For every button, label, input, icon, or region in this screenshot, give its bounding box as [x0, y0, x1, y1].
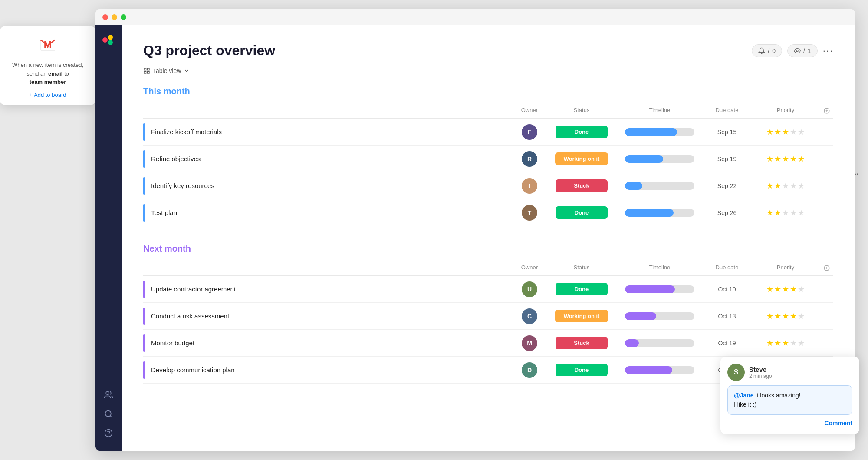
- star-filled: ★: [782, 338, 789, 348]
- view-label: Table view: [153, 67, 181, 74]
- sidebar: [95, 25, 122, 451]
- col-header-3: Timeline: [616, 107, 703, 115]
- star-filled: ★: [782, 285, 789, 294]
- star-filled: ★: [790, 154, 797, 164]
- task-name-label: Refine objectives: [151, 155, 201, 162]
- gmail-message-text: When a new item is created, send an emai…: [7, 61, 89, 86]
- owner-cell: F: [512, 124, 547, 140]
- table-row[interactable]: Monitor budgetMStuckOct 19★★★★★: [143, 330, 833, 357]
- star-filled: ★: [774, 181, 781, 191]
- svg-point-2: [102, 37, 108, 43]
- status-cell[interactable]: Working on it: [547, 310, 616, 322]
- star-filled: ★: [774, 154, 781, 164]
- add-to-board-button[interactable]: + Add to board: [30, 92, 66, 98]
- app-logo: [101, 32, 116, 48]
- status-badge: Stuck: [556, 179, 608, 192]
- priority-cell[interactable]: ★★★★★: [751, 338, 820, 348]
- window-titlebar: [95, 9, 855, 25]
- status-cell[interactable]: Done: [547, 126, 616, 138]
- avatar: D: [522, 362, 537, 378]
- task-name-label: Conduct a risk assessment: [151, 312, 229, 320]
- comment-meta: Steve 2 min ago: [749, 366, 844, 379]
- priority-cell[interactable]: ★★★★★: [751, 154, 820, 164]
- owner-cell: U: [512, 281, 547, 297]
- timeline-cell: [616, 182, 703, 190]
- timeline-bar-wrap: [625, 312, 694, 320]
- table-row[interactable]: Refine objectivesRWorking on itSep 19★★★…: [143, 146, 833, 172]
- task-name-cell: Develop communication plan: [143, 361, 512, 379]
- gmail-overlay: M When a new item is created, send an em…: [0, 26, 95, 105]
- star-filled: ★: [766, 208, 773, 218]
- avatar: M: [522, 335, 537, 351]
- priority-cell[interactable]: ★★★★★: [751, 208, 820, 218]
- comment-button[interactable]: Comment: [824, 420, 852, 427]
- comment-more-button[interactable]: ⋮: [844, 367, 852, 377]
- star-empty: ★: [790, 127, 797, 137]
- timeline-cell: [616, 366, 703, 374]
- close-button[interactable]: [102, 14, 108, 20]
- svg-line-7: [110, 416, 112, 417]
- timeline-cell: [616, 312, 703, 320]
- star-empty: ★: [782, 181, 789, 191]
- star-empty: ★: [798, 181, 805, 191]
- svg-point-10: [796, 50, 798, 52]
- priority-cell[interactable]: ★★★★★: [751, 181, 820, 191]
- star-filled: ★: [782, 311, 789, 321]
- timeline-fill: [625, 312, 656, 320]
- priority-cell[interactable]: ★★★★★: [751, 127, 820, 137]
- task-name-cell: Finalize kickoff materials: [143, 123, 512, 141]
- section-title-this-month: This month: [143, 86, 833, 96]
- owner-cell: C: [512, 308, 547, 324]
- priority-cell[interactable]: ★★★★★: [751, 311, 820, 321]
- table-this-month: OwnerStatusTimelineDue datePriorityFinal…: [143, 103, 833, 226]
- svg-point-3: [108, 35, 113, 40]
- status-cell[interactable]: Done: [547, 283, 616, 295]
- task-color-bar: [143, 308, 145, 325]
- owner-cell: R: [512, 151, 547, 167]
- maximize-button[interactable]: [121, 14, 126, 20]
- star-filled: ★: [790, 311, 797, 321]
- status-cell[interactable]: Done: [547, 206, 616, 219]
- timeline-bar-wrap: [625, 182, 694, 190]
- gmail-icon: M: [37, 35, 58, 56]
- sidebar-help-icon[interactable]: [101, 425, 116, 441]
- timeline-bar-wrap: [625, 155, 694, 163]
- table-row[interactable]: Update contractor agreementUDoneOct 10★★…: [143, 276, 833, 303]
- sidebar-search-icon[interactable]: [101, 406, 116, 422]
- due-date-cell: Sep 26: [703, 209, 751, 216]
- task-name-cell: Update contractor agreement: [143, 281, 512, 298]
- subscribers-pill[interactable]: / 0: [752, 44, 782, 57]
- star-empty: ★: [798, 208, 805, 218]
- status-cell[interactable]: Done: [547, 364, 616, 376]
- comment-bubble: @Jane it looks amazing!I like it :): [727, 385, 852, 415]
- svg-point-6: [105, 411, 111, 417]
- avatar: R: [522, 151, 537, 167]
- task-color-bar: [143, 204, 145, 222]
- status-cell[interactable]: Stuck: [547, 337, 616, 349]
- star-filled: ★: [766, 181, 773, 191]
- viewers-pill[interactable]: / 1: [787, 44, 818, 57]
- status-cell[interactable]: Stuck: [547, 179, 616, 192]
- timeline-cell: [616, 209, 703, 217]
- timeline-fill: [625, 209, 674, 217]
- star-filled: ★: [774, 311, 781, 321]
- table-row[interactable]: Finalize kickoff materialsFDoneSep 15★★★…: [143, 119, 833, 146]
- svg-text:M: M: [44, 39, 52, 50]
- col-header-6[interactable]: [820, 264, 833, 272]
- view-toggle[interactable]: Table view: [143, 67, 833, 74]
- sidebar-people-icon[interactable]: [101, 387, 116, 403]
- task-name-label: Test plan: [151, 209, 177, 216]
- star-filled: ★: [798, 154, 805, 164]
- col-header-1: Owner: [512, 107, 547, 115]
- task-color-bar: [143, 150, 145, 168]
- table-row[interactable]: Test planTDoneSep 26★★★★★: [143, 199, 833, 226]
- status-cell[interactable]: Working on it: [547, 152, 616, 165]
- col-header-6[interactable]: [820, 107, 833, 115]
- status-badge: Working on it: [555, 310, 608, 322]
- more-button[interactable]: ···: [823, 45, 833, 56]
- minimize-button[interactable]: [112, 14, 117, 20]
- table-row[interactable]: Conduct a risk assessmentCWorking on itO…: [143, 303, 833, 330]
- priority-cell[interactable]: ★★★★★: [751, 285, 820, 294]
- table-row[interactable]: Identify key resourcesIStuckSep 22★★★★★: [143, 172, 833, 199]
- star-filled: ★: [766, 285, 773, 294]
